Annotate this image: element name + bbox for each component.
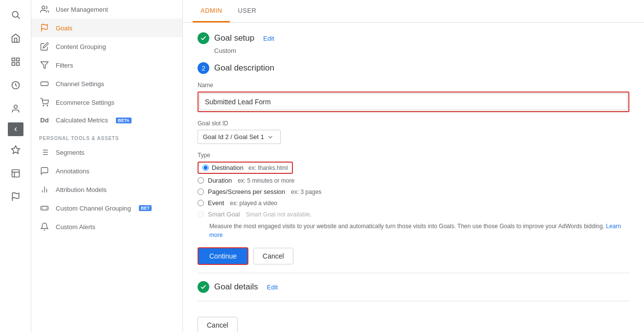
main-content: Goal setup Edit Custom 2 Goal descriptio… xyxy=(183,23,644,332)
tab-user[interactable]: USER xyxy=(230,0,264,23)
sidebar-item-channel-settings[interactable]: Channel Settings xyxy=(31,74,182,93)
name-input-wrapper xyxy=(198,92,629,112)
svg-point-7 xyxy=(14,105,17,109)
radio-smart-goal-input xyxy=(198,211,204,217)
sidebar-item-custom-alerts[interactable]: Custom Alerts xyxy=(31,217,182,236)
goal-details-check xyxy=(198,281,209,293)
sidebar-item-annotations[interactable]: Annotations xyxy=(31,162,182,180)
step-header: 2 Goal description xyxy=(198,62,629,74)
cancel-button[interactable]: Cancel xyxy=(253,248,293,264)
svg-rect-5 xyxy=(12,63,15,66)
goal-setup-check xyxy=(198,32,209,44)
sidebar-item-attribution-models[interactable]: Attribution Models xyxy=(31,180,182,199)
svg-rect-2 xyxy=(12,58,15,61)
back-button[interactable] xyxy=(8,122,23,136)
goal-details-title: Goal details xyxy=(214,282,258,292)
sidebar-item-label: Custom Channel Grouping xyxy=(56,205,131,212)
goal-name-input[interactable] xyxy=(200,94,627,110)
event-label: Event xyxy=(208,199,224,207)
sidebar-item-label: Attribution Models xyxy=(56,186,107,193)
content-grouping-icon xyxy=(39,42,50,51)
svg-rect-4 xyxy=(16,63,19,66)
user-management-icon xyxy=(39,5,50,14)
dashboard-icon[interactable] xyxy=(6,52,25,71)
svg-point-19 xyxy=(43,105,44,106)
event-desc: ex: played a video xyxy=(230,200,277,207)
goal-setup-title: Goal setup xyxy=(214,33,254,43)
step-title: Goal description xyxy=(214,63,274,73)
radio-duration-input[interactable] xyxy=(198,177,204,184)
smart-goal-description: Measure the most engaged visits to your … xyxy=(209,222,629,239)
beta-badge: BETA xyxy=(116,118,132,123)
attribution-icon xyxy=(39,185,50,194)
destination-desc: ex: thanks.html xyxy=(248,165,288,171)
beta-badge-channel: BET xyxy=(139,205,152,211)
sidebar-item-goals[interactable]: Goals xyxy=(31,19,182,37)
bottom-cancel-button[interactable]: Cancel xyxy=(198,317,238,332)
icon-rail xyxy=(0,0,31,332)
svg-point-20 xyxy=(47,105,48,106)
svg-point-13 xyxy=(42,6,45,9)
section-divider xyxy=(198,273,629,273)
sidebar-item-label: Custom Alerts xyxy=(56,223,95,231)
channel-settings-icon xyxy=(39,79,50,88)
radio-event[interactable]: Event ex: played a video xyxy=(198,199,629,207)
continue-button[interactable]: Continue xyxy=(198,247,248,265)
sidebar-item-label: Channel Settings xyxy=(56,80,104,88)
sidebar-item-ecommerce-settings[interactable]: Ecommerce Settings xyxy=(31,93,182,112)
top-navigation: ADMIN USER xyxy=(183,0,644,23)
radio-smart-goal: Smart Goal Smart Goal not available. xyxy=(198,211,629,218)
tab-admin[interactable]: ADMIN xyxy=(193,0,230,23)
svg-line-1 xyxy=(17,17,20,19)
custom-channel-icon xyxy=(39,204,50,213)
search-icon[interactable] xyxy=(6,5,25,24)
svg-rect-9 xyxy=(12,170,19,177)
goal-slot-select[interactable]: Goal Id 2 / Goal Set 1 xyxy=(198,130,281,144)
annotations-icon xyxy=(39,166,50,175)
ecommerce-icon xyxy=(39,98,50,107)
sidebar-item-calculated-metrics[interactable]: Dd Calculated Metrics BETA xyxy=(31,112,182,129)
sidebar-item-label: Content Grouping xyxy=(56,43,106,50)
duration-label: Duration xyxy=(208,177,232,184)
pages-desc: ex: 3 pages xyxy=(291,189,321,195)
sidebar-item-label: Filters xyxy=(56,62,73,69)
sidebar-item-label: Segments xyxy=(56,149,85,156)
smart-goal-label: Smart Goal xyxy=(208,211,240,218)
person-icon[interactable] xyxy=(6,99,25,119)
goal-slot-field-group: Goal slot ID Goal Id 2 / Goal Set 1 xyxy=(198,120,629,144)
clock-icon[interactable] xyxy=(6,75,25,95)
radio-destination-input[interactable] xyxy=(202,165,209,171)
radio-destination[interactable]: Destination ex: thanks.html xyxy=(198,162,629,174)
goals-icon[interactable] xyxy=(6,140,25,160)
radio-pages-input[interactable] xyxy=(198,189,204,195)
name-field-label: Name xyxy=(198,82,629,89)
goal-details-edit-link[interactable]: Edit xyxy=(267,284,278,291)
sidebar-item-filters[interactable]: Filters xyxy=(31,56,182,74)
reports-icon[interactable] xyxy=(6,164,25,183)
goal-slot-label: Goal slot ID xyxy=(198,120,629,127)
personal-tools-section-title: PERSONAL TOOLS & ASSETS xyxy=(31,129,182,143)
sidebar: User Management Goals Content Grouping F… xyxy=(31,0,183,332)
type-section: Type Destination ex: thanks.html Duratio… xyxy=(198,152,629,239)
sidebar-item-user-management[interactable]: User Management xyxy=(31,0,182,19)
goal-details-header: Goal details Edit xyxy=(198,281,629,293)
sidebar-item-content-grouping[interactable]: Content Grouping xyxy=(31,37,182,56)
svg-marker-15 xyxy=(41,62,48,69)
svg-rect-16 xyxy=(41,82,48,86)
bottom-divider xyxy=(198,301,629,301)
radio-event-input[interactable] xyxy=(198,200,204,206)
goal-setup-edit-link[interactable]: Edit xyxy=(263,35,274,42)
home-icon[interactable] xyxy=(6,28,25,48)
flag-icon[interactable] xyxy=(6,187,25,207)
name-field-group: Name xyxy=(198,82,629,112)
sidebar-item-custom-channel-grouping[interactable]: Custom Channel Grouping BET xyxy=(31,199,182,217)
radio-duration[interactable]: Duration ex: 5 minutes or more xyxy=(198,177,629,184)
custom-alerts-icon xyxy=(39,222,50,231)
destination-label: Destination xyxy=(212,164,244,171)
goal-slot-value: Goal Id 2 / Goal Set 1 xyxy=(203,133,264,141)
goal-description-section: 2 Goal description Name Goal slot ID Goa… xyxy=(198,62,629,265)
filters-icon xyxy=(39,61,50,70)
svg-rect-3 xyxy=(16,58,19,61)
radio-pages[interactable]: Pages/Screens per session ex: 3 pages xyxy=(198,188,629,195)
sidebar-item-segments[interactable]: Segments xyxy=(31,143,182,162)
